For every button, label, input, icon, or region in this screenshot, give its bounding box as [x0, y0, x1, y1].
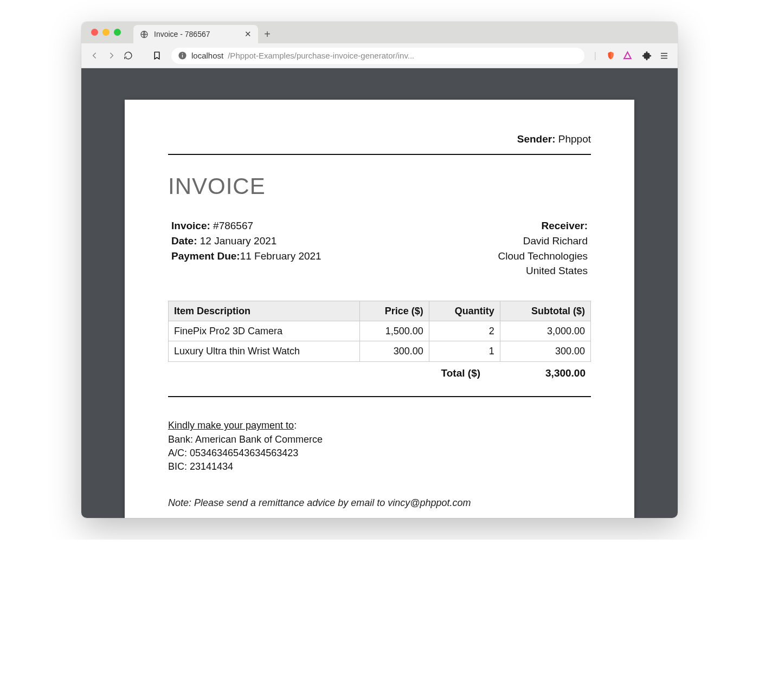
close-tab-button[interactable]: ✕ — [245, 29, 252, 39]
invoice-number-label: Invoice: — [171, 220, 210, 231]
item-qty: 2 — [429, 321, 500, 341]
total-label: Total ($) — [441, 366, 480, 380]
item-price: 300.00 — [359, 341, 429, 361]
due-label: Payment Due: — [171, 250, 240, 262]
divider — [168, 154, 591, 155]
col-description: Item Description — [169, 301, 360, 321]
total-value: 3,300.00 — [545, 366, 586, 380]
item-subtotal: 3,000.00 — [500, 321, 590, 341]
col-quantity: Quantity — [429, 301, 500, 321]
window-titlebar: Invoice - 786567 ✕ + — [81, 22, 678, 43]
sender-name: Phppot — [558, 133, 591, 145]
payment-instructions: Kindly make your payment to: Bank: Ameri… — [168, 419, 591, 473]
bank-name: American Bank of Commerce — [195, 434, 323, 445]
url-host: localhost — [191, 51, 223, 60]
item-desc: Luxury Ultra thin Wrist Watch — [169, 341, 360, 361]
forward-button[interactable] — [107, 51, 116, 60]
triangle-extension-icon[interactable] — [623, 51, 632, 60]
col-subtotal: Subtotal ($) — [500, 301, 590, 321]
invoice-meta: Invoice: #786567 Date: 12 January 2021 P… — [168, 218, 591, 279]
reload-button[interactable] — [124, 51, 133, 60]
receiver-name: David Richard — [498, 234, 588, 248]
receiver-label: Receiver: — [541, 220, 588, 231]
invoice-page: Sender: Phppot INVOICE Invoice: #786567 … — [125, 100, 634, 518]
item-price: 1,500.00 — [359, 321, 429, 341]
extensions-button[interactable] — [642, 51, 652, 61]
address-bar[interactable]: localhost/Phppot-Examples/purchase-invoi… — [171, 48, 584, 64]
invoice-number: #786567 — [213, 220, 253, 231]
window-controls — [91, 29, 121, 36]
brave-shield-icon[interactable] — [606, 51, 615, 60]
total-row: Total ($) 3,300.00 — [168, 362, 591, 386]
maximize-window-button[interactable] — [114, 29, 121, 36]
site-info-icon[interactable] — [178, 51, 187, 60]
item-desc: FinePix Pro2 3D Camera — [169, 321, 360, 341]
invoice-title: INVOICE — [168, 171, 591, 202]
sender-row: Sender: Phppot — [168, 132, 591, 154]
table-row: Luxury Ultra thin Wrist Watch300.001300.… — [169, 341, 591, 361]
date-value: 12 January 2021 — [200, 235, 277, 247]
item-subtotal: 300.00 — [500, 341, 590, 361]
remittance-note: Note: Please send a remittance advice by… — [168, 496, 591, 509]
close-window-button[interactable] — [91, 29, 98, 36]
meta-left: Invoice: #786567 Date: 12 January 2021 P… — [171, 218, 321, 264]
receiver-country: United States — [498, 264, 588, 278]
back-button[interactable] — [90, 51, 99, 60]
minimize-window-button[interactable] — [102, 29, 110, 36]
bank-label: Bank: — [168, 434, 193, 445]
bookmark-button[interactable] — [152, 51, 162, 60]
globe-icon — [140, 30, 149, 38]
col-price: Price ($) — [359, 301, 429, 321]
sender-label: Sender: — [517, 133, 556, 145]
ac-label: A/C: — [168, 448, 187, 458]
browser-toolbar: localhost/Phppot-Examples/purchase-invoi… — [81, 43, 678, 68]
item-qty: 1 — [429, 341, 500, 361]
browser-tab[interactable]: Invoice - 786567 ✕ — [133, 25, 258, 43]
bic-label: BIC: — [168, 461, 187, 472]
date-label: Date: — [171, 235, 197, 247]
toolbar-right — [642, 51, 669, 61]
ac-value: 05346346543634563423 — [190, 448, 298, 458]
nav-controls — [90, 51, 133, 60]
table-row: FinePix Pro2 3D Camera1,500.0023,000.00 — [169, 321, 591, 341]
browser-window: Invoice - 786567 ✕ + localhost/Phppot-Ex… — [81, 22, 678, 518]
receiver-org: Cloud Technologies — [498, 249, 588, 263]
meta-right: Receiver: David Richard Cloud Technologi… — [498, 218, 588, 279]
svg-rect-3 — [182, 53, 183, 54]
due-value: 11 February 2021 — [240, 250, 321, 262]
payment-heading: Kindly make your payment to — [168, 420, 294, 431]
divider — [168, 396, 591, 397]
menu-button[interactable] — [659, 51, 669, 61]
bic-value: 23141434 — [190, 461, 233, 472]
new-tab-button[interactable]: + — [258, 25, 276, 43]
tab-title: Invoice - 786567 — [154, 30, 210, 38]
svg-rect-2 — [182, 55, 183, 57]
url-path: /Phppot-Examples/purchase-invoice-genera… — [228, 51, 414, 60]
table-header-row: Item Description Price ($) Quantity Subt… — [169, 301, 591, 321]
extensions-area — [606, 51, 632, 60]
items-table: Item Description Price ($) Quantity Subt… — [168, 301, 591, 362]
page-viewport[interactable]: Sender: Phppot INVOICE Invoice: #786567 … — [81, 68, 678, 518]
